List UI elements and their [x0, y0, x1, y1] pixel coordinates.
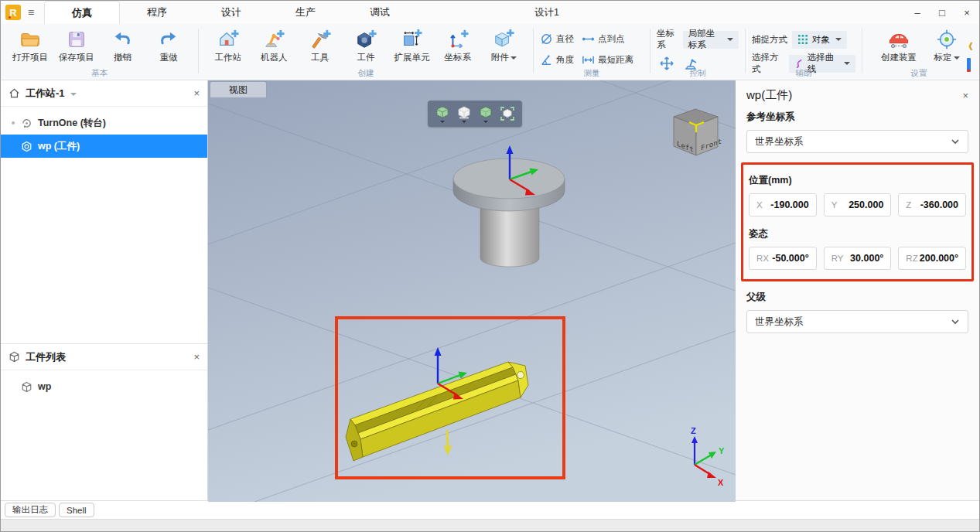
tool-button[interactable]: 工具 — [297, 27, 343, 63]
workpiece-label: 工件 — [357, 52, 374, 63]
axis-z-label: Z — [691, 426, 696, 435]
ribbon-group-settings: 创建装置 标定 设置 — [862, 24, 975, 80]
properties-panel: wp(工件) × 参考坐标系 世界坐标系 位置(mm) X -190.000 Y — [736, 80, 979, 500]
point-to-point-label: 点到点 — [598, 33, 625, 45]
close-button[interactable]: × — [954, 1, 979, 24]
app-logo[interactable]: R — [5, 5, 21, 20]
tab-design[interactable]: 设计 — [194, 1, 268, 24]
properties-close-icon[interactable]: × — [962, 90, 968, 101]
snap-mode-select[interactable]: 对象 — [792, 31, 847, 49]
calibrate-button[interactable]: 标定 — [924, 27, 969, 63]
solid-view-button[interactable] — [477, 105, 494, 123]
tab-program[interactable]: 程序 — [120, 1, 194, 24]
ref-frame-value: 世界坐标系 — [755, 135, 804, 148]
x-label: X — [756, 200, 763, 210]
group-label-measure: 测量 — [534, 68, 650, 79]
undo-label: 撤销 — [114, 52, 131, 63]
minimize-button[interactable]: – — [905, 1, 930, 24]
ref-frame-select[interactable]: 世界坐标系 — [746, 130, 968, 153]
angle-button[interactable]: 角度 — [540, 51, 574, 68]
pose-rz-field[interactable]: RZ 200.000° — [898, 247, 966, 270]
pose-rx-field[interactable]: RX -50.000° — [749, 247, 817, 270]
position-z-field[interactable]: Z -360.000 — [898, 193, 966, 217]
workstation-panel-close-icon[interactable]: × — [193, 88, 200, 98]
title-bar: R ≡ 仿真 程序 设计 生产 调试 设计1 – □ × — [1, 1, 979, 24]
workpiece-icon — [355, 29, 377, 50]
z-value: -360.000 — [920, 200, 958, 210]
attachment-label: 附件 — [491, 52, 509, 63]
open-project-button[interactable]: 打开项目 — [7, 27, 53, 63]
y-label: Y — [831, 200, 838, 210]
car-icon — [888, 29, 910, 50]
list-item-wp[interactable]: wp — [1, 375, 207, 398]
snap-mode-value: 对象 — [812, 34, 830, 46]
tab-simulation[interactable]: 仿真 — [44, 1, 120, 24]
workpiece-list-close-icon[interactable]: × — [193, 352, 200, 362]
pose-ry-field[interactable]: RY 30.000° — [824, 247, 892, 270]
view-cube[interactable]: Left Front — [674, 109, 722, 155]
tab-production[interactable]: 生产 — [268, 1, 343, 24]
diameter-icon — [540, 32, 553, 46]
robot-icon — [263, 29, 285, 50]
extension-unit-button[interactable]: 扩展单元 — [389, 27, 435, 63]
window-controls: – □ × — [905, 1, 979, 24]
hamburger-menu-icon[interactable]: ≡ — [24, 1, 38, 24]
maximize-button[interactable]: □ — [930, 1, 954, 24]
tree-item-turnone[interactable]: TurnOne (转台) — [1, 111, 207, 135]
wireframe-view-button[interactable] — [456, 105, 473, 123]
position-y-field[interactable]: Y 250.000 — [824, 193, 892, 217]
undo-button[interactable]: 撤销 — [100, 27, 146, 63]
chevron-down-icon — [951, 137, 960, 146]
extension-unit-icon — [401, 29, 422, 50]
parent-select[interactable]: 世界坐标系 — [746, 310, 968, 333]
green-cube-icon — [478, 105, 493, 121]
view-caret-icon — [462, 121, 466, 123]
attachment-dropdown-caret-icon[interactable] — [510, 56, 517, 60]
workstation-button[interactable]: 工作站 — [205, 27, 251, 63]
frame-label: 坐标系 — [445, 52, 472, 63]
z-label: Z — [906, 200, 911, 210]
group-label-basic: 基本 — [1, 68, 198, 79]
highlight-red-box: 位置(mm) X -190.000 Y 250.000 Z -360.000 — [741, 162, 974, 281]
parent-label: 父级 — [746, 291, 968, 304]
menu-tab-bar: 仿真 程序 设计 生产 调试 — [44, 1, 417, 24]
shell-tab[interactable]: Shell — [59, 503, 94, 517]
redo-icon — [158, 29, 179, 50]
ribbon-group-basic: 打开项目 保存项目 撤销 重做 基本 — [1, 24, 198, 80]
workstation-dropdown-caret-icon[interactable] — [70, 93, 77, 96]
shaded-view-button[interactable] — [434, 105, 451, 123]
application-window: R ≡ 仿真 程序 设计 生产 调试 设计1 – □ × 打开项目 保存项目 — [0, 0, 980, 532]
collapse-ribbon-chevron-icon[interactable]: ‹ — [968, 35, 973, 57]
output-log-tab[interactable]: 输出日志 — [5, 503, 56, 517]
workstation-tree: TurnOne (转台) wp (工件) — [1, 107, 207, 343]
viewport-3d[interactable]: Left Front Z Y X 视图 — [208, 80, 736, 500]
select-mode-caret-icon — [844, 62, 850, 65]
attachment-button[interactable]: 附件 — [481, 27, 527, 63]
point-to-point-button[interactable]: 点到点 — [582, 30, 633, 47]
ry-label: RY — [831, 254, 844, 263]
group-label-assist: 辅助 — [746, 68, 862, 79]
ribbon-group-assist: 捕捉方式 对象 选择方式 选择曲线 辅助 — [746, 24, 862, 80]
group-label-settings: 设置 — [862, 68, 975, 79]
redo-button[interactable]: 重做 — [145, 27, 192, 63]
coord-system-select[interactable]: 局部坐标系 — [683, 31, 739, 49]
robot-button[interactable]: 机器人 — [251, 27, 296, 63]
home-icon — [9, 87, 20, 99]
tab-debug[interactable]: 调试 — [343, 1, 417, 24]
snap-mode-label: 捕捉方式 — [752, 34, 787, 46]
position-x-field[interactable]: X -190.000 — [749, 193, 817, 217]
workpiece-button[interactable]: 工件 — [343, 27, 388, 63]
create-device-button[interactable]: 创建装置 — [873, 27, 924, 63]
viewport-tab-view[interactable]: 视图 — [210, 81, 267, 97]
frame-button[interactable]: 坐标系 — [435, 27, 480, 63]
diameter-button[interactable]: 直径 — [540, 30, 574, 47]
fit-view-button[interactable] — [499, 106, 516, 121]
save-project-button[interactable]: 保存项目 — [53, 27, 100, 63]
ribbon-group-measure: 直径 角度 点到点 最短距离 测量 — [534, 24, 650, 80]
tree-item-wp[interactable]: wp (工件) — [1, 135, 207, 158]
undo-icon — [111, 29, 133, 50]
curve-icon — [794, 58, 804, 69]
calibrate-dropdown-caret-icon[interactable] — [954, 56, 960, 60]
shortest-distance-button[interactable]: 最短距离 — [582, 51, 633, 68]
angle-label: 角度 — [556, 54, 574, 66]
